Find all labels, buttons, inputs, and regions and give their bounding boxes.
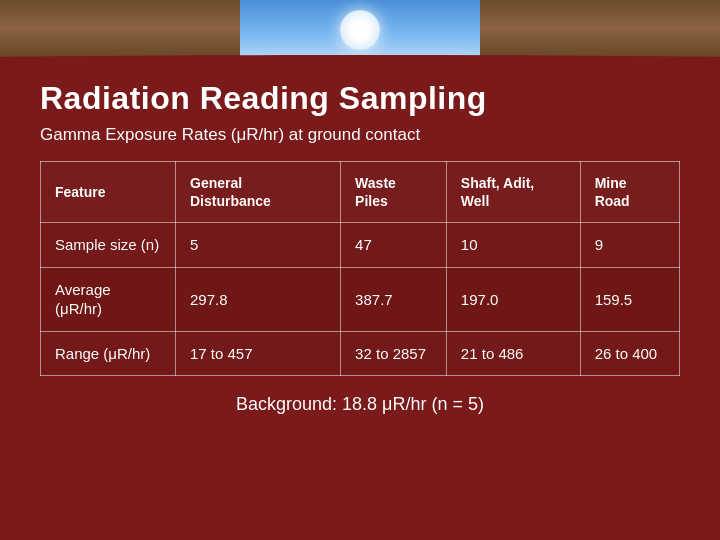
row2-general: 297.8 [176,267,341,331]
col-mine: Mine Road [580,162,679,223]
row2-feature: Average (μR/hr) [41,267,176,331]
row1-general: 5 [176,223,341,268]
table-row: Average (μR/hr) 297.8 387.7 197.0 159.5 [41,267,680,331]
data-table: Feature General Disturbance Waste Piles … [40,161,680,376]
table-row: Sample size (n) 5 47 10 9 [41,223,680,268]
row3-general: 17 to 457 [176,331,341,376]
row1-shaft: 10 [446,223,580,268]
col-feature: Feature [41,162,176,223]
top-banner [0,0,720,70]
page-title: Radiation Reading Sampling [40,80,680,117]
col-shaft: Shaft, Adit, Well [446,162,580,223]
row3-waste: 32 to 2857 [341,331,447,376]
row3-feature: Range (μR/hr) [41,331,176,376]
subtitle: Gamma Exposure Rates (μR/hr) at ground c… [40,125,680,145]
table-row: Range (μR/hr) 17 to 457 32 to 2857 21 to… [41,331,680,376]
row3-mine: 26 to 400 [580,331,679,376]
row1-mine: 9 [580,223,679,268]
row2-shaft: 197.0 [446,267,580,331]
footer-note: Background: 18.8 μR/hr (n = 5) [40,394,680,415]
main-content: Radiation Reading Sampling Gamma Exposur… [0,70,720,435]
row3-shaft: 21 to 486 [446,331,580,376]
col-waste: Waste Piles [341,162,447,223]
table-header-row: Feature General Disturbance Waste Piles … [41,162,680,223]
row2-mine: 159.5 [580,267,679,331]
col-general: General Disturbance [176,162,341,223]
row1-waste: 47 [341,223,447,268]
row1-feature: Sample size (n) [41,223,176,268]
banner-wave [0,55,720,70]
row2-waste: 387.7 [341,267,447,331]
